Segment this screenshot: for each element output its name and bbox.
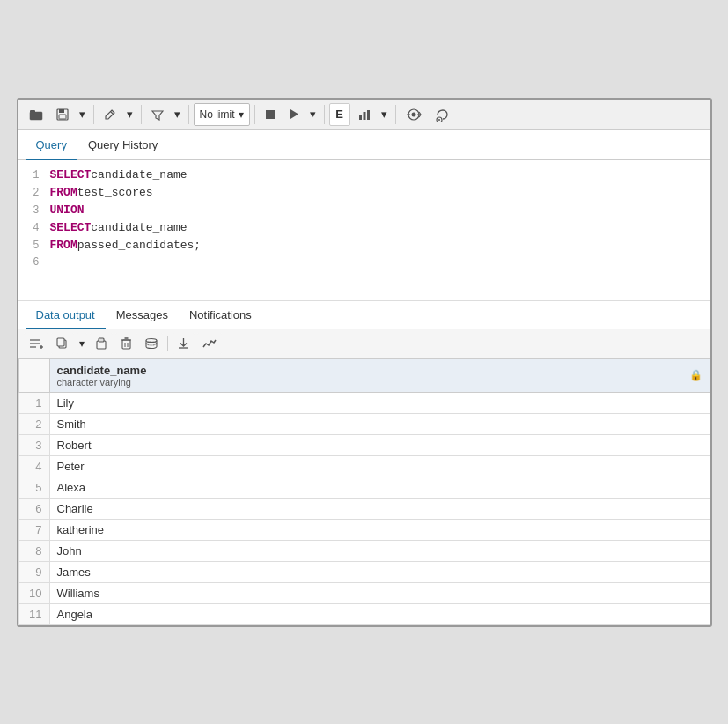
query-tabs: Query Query History	[18, 130, 710, 160]
candidate-name-cell: Smith	[49, 413, 710, 434]
sep1	[93, 105, 94, 124]
svg-rect-0	[30, 112, 42, 120]
main-toolbar: ▾ ▾ ▾ No limit ▾	[18, 100, 710, 130]
sql-keyword: FROM	[50, 186, 77, 199]
explain-btn[interactable]: E	[329, 103, 350, 126]
sql-text: candidate_name	[91, 221, 187, 234]
graph-btn[interactable]	[197, 333, 222, 354]
row-number: 10	[18, 582, 49, 603]
data-sep1	[167, 336, 168, 351]
svg-rect-22	[57, 338, 64, 346]
row-number: 11	[18, 603, 49, 624]
svg-rect-7	[359, 115, 362, 120]
row-number: 3	[18, 434, 49, 455]
table-row: 2Smith	[18, 413, 710, 434]
sql-line: 1SELECT candidate_name	[18, 167, 710, 185]
stats-btn[interactable]	[353, 103, 376, 126]
table-row: 7katherine	[18, 519, 710, 540]
stop-btn[interactable]	[260, 103, 281, 126]
svg-point-11	[411, 112, 415, 116]
table-row: 6Charlie	[18, 498, 710, 519]
row-number: 8	[18, 540, 49, 561]
stats-dropdown-btn[interactable]: ▾	[379, 103, 391, 126]
add-row-btn[interactable]	[24, 333, 48, 354]
rollback-btn[interactable]	[430, 103, 454, 126]
sql-editor[interactable]: 1SELECT candidate_name2FROM test_scores3…	[18, 160, 710, 301]
col-header-name: candidate_name	[57, 364, 147, 377]
commit-btn[interactable]	[401, 103, 427, 126]
sql-keyword: UNION	[50, 203, 85, 217]
row-number: 9	[18, 561, 49, 582]
edit-dropdown-btn[interactable]: ▾	[124, 103, 136, 126]
limit-dropdown[interactable]: No limit ▾	[194, 103, 250, 126]
limit-dropdown-icon: ▾	[239, 108, 244, 121]
sep5	[324, 105, 325, 124]
line-number: 5	[18, 240, 50, 252]
table-row: 5Alexa	[18, 477, 710, 498]
delete-btn[interactable]	[115, 333, 137, 354]
col-header-type: character varying	[57, 377, 147, 388]
candidate-name-cell: Robert	[49, 434, 710, 455]
table-row: 8John	[18, 540, 710, 561]
table-container: candidate_name character varying 🔒 1Lily…	[18, 358, 710, 625]
data-toolbar: ▾	[18, 329, 710, 358]
lock-icon: 🔒	[689, 369, 702, 381]
candidate-name-cell: katherine	[49, 519, 710, 540]
svg-rect-1	[30, 110, 35, 113]
sep6	[395, 105, 396, 124]
download-btn[interactable]	[173, 333, 195, 354]
table-row: 10Williams	[18, 582, 710, 603]
copy-btn[interactable]	[51, 333, 74, 354]
sql-text: test_scores	[77, 186, 153, 199]
svg-rect-24	[99, 338, 104, 342]
query-history-tab[interactable]: Query History	[77, 131, 168, 160]
svg-rect-25	[122, 340, 130, 349]
row-number: 7	[18, 519, 49, 540]
svg-rect-5	[266, 110, 275, 119]
notifications-tab[interactable]: Notifications	[179, 302, 262, 329]
candidate-name-cell: Lily	[49, 392, 710, 413]
run-btn[interactable]	[283, 103, 305, 126]
output-tabs: Data output Messages Notifications	[18, 301, 710, 329]
results-table: candidate_name character varying 🔒 1Lily…	[18, 358, 710, 625]
row-number: 4	[18, 455, 49, 477]
svg-point-15	[438, 119, 440, 121]
svg-rect-3	[59, 109, 64, 113]
sep4	[254, 105, 255, 124]
save-btn[interactable]	[51, 103, 74, 126]
candidate-name-cell: Peter	[49, 455, 710, 477]
edit-btn[interactable]	[99, 103, 121, 126]
line-number: 3	[18, 204, 50, 217]
filter-dropdown-btn[interactable]: ▾	[172, 103, 184, 126]
open-file-btn[interactable]	[24, 103, 48, 126]
candidate-name-cell: James	[49, 561, 710, 582]
row-number: 6	[18, 498, 49, 519]
save-dropdown-btn[interactable]: ▾	[77, 103, 89, 126]
save-data-btn[interactable]	[140, 333, 163, 354]
run-dropdown-btn[interactable]: ▾	[307, 103, 320, 126]
app-window: ▾ ▾ ▾ No limit ▾	[17, 98, 712, 627]
svg-rect-9	[367, 110, 370, 120]
candidate-name-cell: Williams	[49, 582, 710, 603]
paste-btn[interactable]	[90, 333, 113, 354]
sql-text: candidate_name	[91, 168, 187, 181]
sql-keyword: SELECT	[50, 221, 92, 234]
line-number: 4	[18, 222, 50, 234]
sql-line: 6	[18, 255, 710, 273]
limit-label: No limit	[200, 108, 235, 121]
filter-btn[interactable]	[146, 103, 169, 126]
sql-line: 5FROM passed_candidates;	[18, 238, 710, 255]
row-number: 5	[18, 477, 49, 498]
messages-tab[interactable]: Messages	[106, 302, 179, 329]
query-tab[interactable]: Query	[26, 131, 77, 160]
copy-dropdown-btn[interactable]: ▾	[77, 333, 87, 354]
line-number: 6	[18, 256, 50, 269]
sep3	[188, 105, 189, 124]
candidate-name-cell: Angela	[49, 603, 710, 624]
data-output-tab[interactable]: Data output	[26, 302, 106, 329]
candidate-name-cell: John	[49, 540, 710, 561]
sql-keyword: FROM	[50, 239, 77, 252]
sep2	[141, 105, 142, 124]
sql-line: 3UNION	[18, 203, 710, 220]
svg-marker-6	[290, 109, 298, 119]
